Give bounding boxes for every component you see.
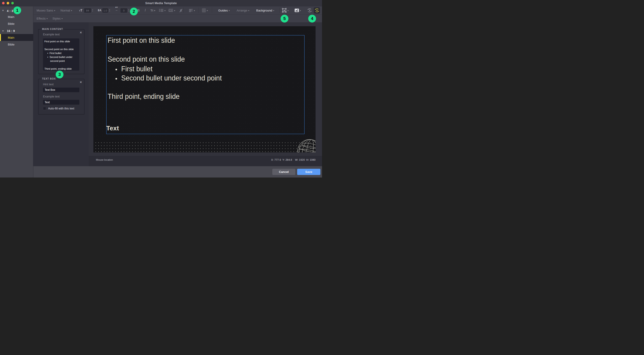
line-height-stepper[interactable]: ▴ ▾ xyxy=(109,9,110,12)
chevron-down-icon: ▾ xyxy=(62,18,62,20)
bullet-list-icon xyxy=(159,9,164,12)
save-button[interactable]: Save xyxy=(297,169,320,175)
font-family-value: Museo Sans xyxy=(36,9,53,12)
disclosure-triangle-icon[interactable]: ▼ xyxy=(2,10,4,12)
autofill-label: Auto-fill with this text xyxy=(48,107,74,110)
chevron-down-icon: ▾ xyxy=(164,10,166,12)
slide-text-line: First point on this slide xyxy=(108,36,175,44)
background-label: Background xyxy=(256,9,272,12)
line-height-glyph: ⇕A xyxy=(97,9,101,12)
chevron-down-icon: ▾ xyxy=(194,10,195,12)
window-title: Smart Media Template xyxy=(0,2,322,5)
letter-spacing-stepper[interactable]: ▴ ▾ xyxy=(128,9,129,12)
example-text-input[interactable] xyxy=(43,100,79,104)
color-swatch xyxy=(202,8,206,12)
clear-formatting-button[interactable]: X xyxy=(179,6,182,14)
svg-text:A: A xyxy=(284,9,285,12)
sidebar-item-label: Bible xyxy=(8,22,14,26)
text-color-dropdown[interactable]: ▾ xyxy=(202,6,208,14)
toolbar-separator xyxy=(212,8,212,13)
toolbar-separator xyxy=(198,8,198,13)
wireframe-globe-graphic xyxy=(297,139,316,152)
sidebar-item-label: Main xyxy=(8,36,14,39)
chevron-down-icon: ▾ xyxy=(273,10,274,12)
font-size-input[interactable] xyxy=(84,8,91,13)
slide-bullet-line: First bullet xyxy=(121,65,152,73)
card-legend: MAIN CONTENT xyxy=(41,28,64,30)
letter-spacing-glyph-arrows: ↔ xyxy=(116,9,118,11)
font-size-glyph-large: T xyxy=(80,8,82,12)
arrange-dropdown[interactable]: Arrange ▾ xyxy=(237,6,249,14)
refresh-text-button[interactable]: T xyxy=(307,6,312,14)
callout-badge-4: 4 xyxy=(308,15,316,22)
stepper-down-icon[interactable]: ▾ xyxy=(92,10,93,12)
sidebar-item-bible-4-3[interactable]: Bible xyxy=(0,20,33,27)
refresh-text-icon: T xyxy=(307,8,312,13)
add-text-box-dropdown[interactable]: A ▾ xyxy=(282,6,289,14)
disclosure-triangle-icon[interactable]: ▼ xyxy=(2,30,4,32)
guides-dropdown[interactable]: Guides ▾ xyxy=(218,6,230,14)
chevron-down-icon: ▾ xyxy=(54,10,55,12)
sidebar-item-label: Bible xyxy=(8,43,14,46)
background-dropdown[interactable]: Background ▾ xyxy=(256,6,274,14)
chevron-down-icon: ▾ xyxy=(288,10,289,12)
stepper-down-icon[interactable]: ▾ xyxy=(128,10,129,12)
effects-dropdown[interactable]: Effects ▾ xyxy=(36,14,48,22)
bullet-icon xyxy=(116,78,117,80)
example-text-label: Example text xyxy=(43,95,60,98)
app-window: Smart Media Template ▼ 4 : 3 Main Bible … xyxy=(0,0,322,178)
image-icon xyxy=(295,8,299,12)
letter-spacing-input[interactable] xyxy=(120,8,127,13)
sidebar-group-16-9[interactable]: ▼ 16 : 9 xyxy=(0,28,33,34)
chevron-down-icon: ▾ xyxy=(228,10,230,12)
example-text-area[interactable]: First point on this slide Second point o… xyxy=(43,38,79,70)
cancel-button[interactable]: Cancel xyxy=(272,169,295,175)
close-icon[interactable]: ✕ xyxy=(80,31,82,34)
hint-text-label: Hint text xyxy=(43,83,54,86)
refresh-style-button[interactable]: S xyxy=(314,6,320,14)
font-size-stepper[interactable]: ▴ ▾ xyxy=(92,9,93,12)
refresh-style-icon: S xyxy=(314,8,320,13)
slide-canvas[interactable]: First point on this slide Second point o… xyxy=(89,22,322,156)
letter-spacing-icon: AV ↔ xyxy=(115,6,118,14)
styles-label: Styles xyxy=(52,17,60,20)
bullet-list-dropdown[interactable]: ▾ xyxy=(159,6,166,14)
text-box-card: TEXT BOX ✕ Hint text Example text Auto-f… xyxy=(38,79,84,114)
autofill-checkbox[interactable] xyxy=(43,107,46,110)
coordinates-readout: X: 777.9 Y: 284.8 W: 1920 H: 1080 xyxy=(271,158,316,161)
line-height-input[interactable] xyxy=(102,8,108,13)
stepper-down-icon[interactable]: ▾ xyxy=(109,10,110,12)
font-family-dropdown[interactable]: Museo Sans ▾ xyxy=(36,6,55,14)
text-selection-box[interactable] xyxy=(106,35,304,134)
chevron-down-icon: ▾ xyxy=(47,18,48,20)
slide-text-box-placeholder[interactable]: Text xyxy=(106,125,119,132)
text-case-icon: Tt xyxy=(150,9,153,12)
font-style-dropdown[interactable]: Normal ▾ xyxy=(60,6,72,14)
styles-dropdown[interactable]: Styles ▾ xyxy=(52,14,62,22)
add-image-dropdown[interactable]: ▾ xyxy=(295,6,301,14)
sidebar-item-bible-16-9[interactable]: Bible xyxy=(0,41,33,48)
main-content-card: MAIN CONTENT ✕ Example text First point … xyxy=(38,29,84,74)
status-bar: Mouse location X: 777.9 Y: 284.8 W: 1920… xyxy=(89,156,322,166)
format-toolbar: Museo Sans ▾ Normal ▾ TT ▴ ▾ ⇕A ▴ ▾ AV ↔… xyxy=(33,6,322,14)
italic-button[interactable]: I xyxy=(145,6,146,14)
chevron-down-icon: ▾ xyxy=(71,10,72,12)
svg-text:S: S xyxy=(316,9,318,12)
sidebar-group-label: 4 : 3 xyxy=(7,10,13,13)
slide-preview[interactable]: First point on this slide Second point o… xyxy=(94,26,316,152)
text-case-dropdown[interactable]: Tt ▾ xyxy=(150,6,155,14)
font-size-icon: TT xyxy=(79,6,82,14)
sidebar-item-main-4-3[interactable]: Main xyxy=(0,13,33,20)
chevron-down-icon: ▾ xyxy=(154,10,155,12)
slide-text-line: Third point, ending slide xyxy=(108,92,180,101)
italic-icon: I xyxy=(145,8,146,12)
indent-list-dropdown[interactable]: ▾ xyxy=(168,6,175,14)
text-align-dropdown[interactable]: ▾ xyxy=(189,6,195,14)
mouse-location-label: Mouse location xyxy=(96,158,113,161)
close-icon[interactable]: ✕ xyxy=(80,80,82,84)
sidebar-item-main-16-9[interactable]: Main xyxy=(0,34,33,41)
align-left-icon xyxy=(189,9,193,12)
sidebar-group-label: 16 : 9 xyxy=(7,30,15,33)
hint-text-input[interactable] xyxy=(43,88,79,92)
callout-badge-3: 3 xyxy=(56,70,64,78)
